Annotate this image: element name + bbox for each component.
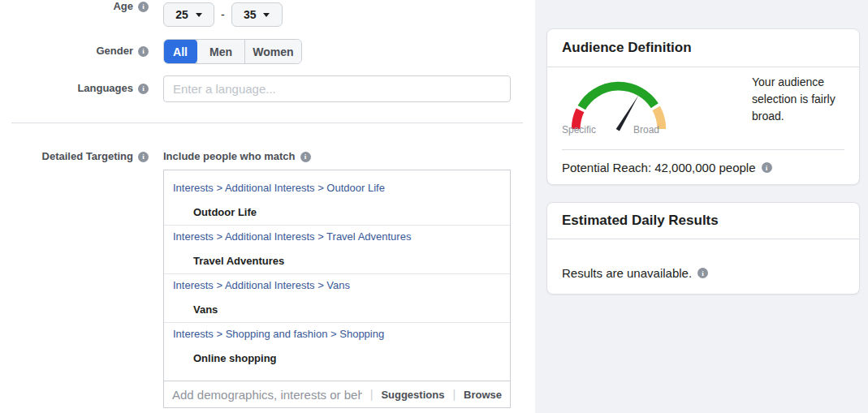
audience-targeting-page: Age i 25 - 35 Gender i All Men Women Lan…: [0, 0, 868, 413]
targeting-breadcrumb[interactable]: Interests > Additional Interests > Outdo…: [173, 181, 501, 196]
age-max-value: 35: [244, 8, 257, 21]
card-divider: [562, 149, 844, 150]
footer-separator: |: [370, 388, 374, 401]
chevron-down-icon: [263, 13, 270, 17]
targeting-item: Online shopping: [173, 351, 501, 366]
browse-button[interactable]: Browse: [464, 389, 502, 401]
estimated-daily-results-title: Estimated Daily Results: [562, 213, 719, 229]
targeting-breadcrumb[interactable]: Interests > Shopping and fashion > Shopp…: [173, 327, 501, 342]
estimated-daily-results-card: Estimated Daily Results Results are unav…: [546, 202, 860, 295]
targeting-breadcrumb[interactable]: Interests > Additional Interests > Trave…: [173, 230, 501, 244]
gender-option-men[interactable]: Men: [196, 40, 244, 63]
age-label: Age: [113, 0, 133, 13]
targeting-entry: Interests > Additional Interests > Vans …: [164, 274, 510, 323]
results-unavailable-row: Results are unavailable. i: [562, 266, 708, 280]
audience-message: Your audience selection is fairly broad.: [752, 74, 848, 125]
languages-label: Languages: [77, 82, 133, 95]
add-targeting-input[interactable]: [172, 388, 362, 402]
languages-input[interactable]: [163, 75, 511, 102]
include-people-label: Include people who match: [163, 150, 296, 163]
audience-definition-title: Audience Definition: [562, 40, 692, 56]
right-rail: Audience Definition Specific Broad Your …: [535, 0, 868, 413]
info-icon[interactable]: i: [300, 152, 311, 162]
gender-option-all[interactable]: All: [163, 39, 197, 64]
info-icon[interactable]: i: [697, 268, 708, 278]
chevron-down-icon: [196, 13, 202, 17]
info-icon[interactable]: i: [138, 46, 149, 57]
estimated-daily-results-header: Estimated Daily Results: [547, 203, 859, 239]
targeting-add-bar: | Suggestions | Browse: [163, 381, 511, 408]
languages-label-row: Languages i: [0, 82, 149, 95]
info-icon[interactable]: i: [138, 2, 149, 12]
targeting-item: Travel Adventures: [173, 254, 501, 269]
targeting-entry: Interests > Additional Interests > Outdo…: [164, 177, 510, 226]
age-min-value: 25: [175, 8, 188, 21]
age-max-dropdown[interactable]: 35: [231, 2, 283, 27]
gauge-specific-label: Specific: [562, 124, 596, 136]
footer-separator: |: [452, 388, 456, 401]
estimated-daily-results-body: Results are unavailable. i: [547, 239, 859, 295]
age-range-separator: -: [221, 8, 225, 21]
results-unavailable-text: Results are unavailable.: [562, 266, 692, 280]
section-divider: [11, 123, 523, 123]
detailed-targeting-label-row: Detailed Targeting i: [0, 150, 149, 163]
targeting-breadcrumb[interactable]: Interests > Additional Interests > Vans: [173, 278, 501, 293]
info-icon[interactable]: i: [762, 162, 772, 173]
gauge-middle-arc: [581, 86, 654, 107]
potential-reach-row: Potential Reach: 42,000,000 people i: [562, 161, 772, 174]
gender-option-women[interactable]: Women: [244, 40, 301, 63]
targeting-entry: Interests > Shopping and fashion > Shopp…: [164, 323, 510, 372]
targeting-item: Outdoor Life: [173, 205, 501, 220]
audience-definition-body: Specific Broad Your audience selection i…: [547, 67, 859, 185]
gender-label: Gender: [96, 45, 133, 58]
age-label-row: Age i: [0, 0, 149, 13]
gender-label-row: Gender i: [0, 45, 149, 58]
targeting-item: Vans: [173, 303, 501, 317]
include-label-row: Include people who match i: [163, 150, 311, 163]
info-icon[interactable]: i: [138, 152, 149, 162]
gauge-broad-label: Broad: [633, 124, 659, 136]
targeting-entry: Interests > Additional Interests > Trave…: [164, 226, 510, 274]
gender-segmented-control: All Men Women: [163, 39, 302, 64]
age-min-dropdown[interactable]: 25: [163, 2, 214, 27]
age-range-controls: 25 - 35: [163, 2, 283, 27]
audience-definition-card: Audience Definition Specific Broad Your …: [546, 28, 860, 185]
detailed-targeting-listbox: Interests > Additional Interests > Outdo…: [163, 170, 511, 381]
detailed-targeting-label: Detailed Targeting: [42, 150, 133, 163]
audience-definition-header: Audience Definition: [547, 29, 859, 67]
info-icon[interactable]: i: [138, 84, 149, 94]
potential-reach-text: Potential Reach: 42,000,000 people: [562, 161, 756, 174]
suggestions-button[interactable]: Suggestions: [381, 389, 444, 401]
